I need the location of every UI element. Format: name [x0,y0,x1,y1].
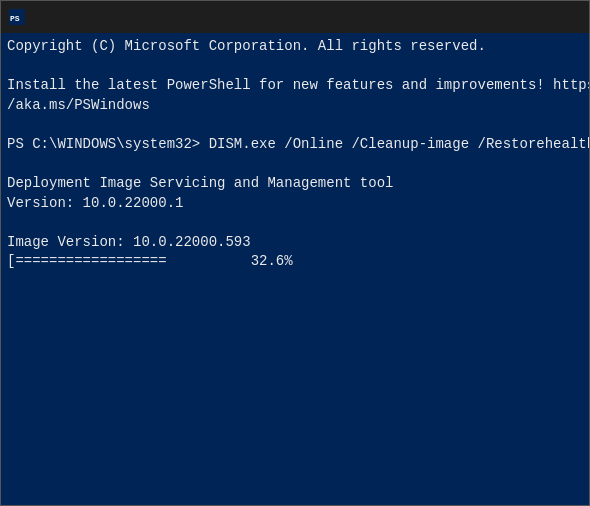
minimize-button[interactable] [443,1,489,33]
maximize-button[interactable] [489,1,535,33]
title-bar-controls [443,1,581,33]
window-icon: PS [9,9,25,25]
close-button[interactable] [535,1,581,33]
progress-bar-line: [================== 32.6% ] [7,253,583,269]
powershell-window: PS Copyright (C) Microsoft Corporation. … [0,0,590,506]
title-bar: PS [1,1,589,33]
terminal-body[interactable]: Copyright (C) Microsoft Corporation. All… [1,33,589,505]
terminal-output: Copyright (C) Microsoft Corporation. All… [7,37,583,253]
svg-text:PS: PS [10,14,20,23]
